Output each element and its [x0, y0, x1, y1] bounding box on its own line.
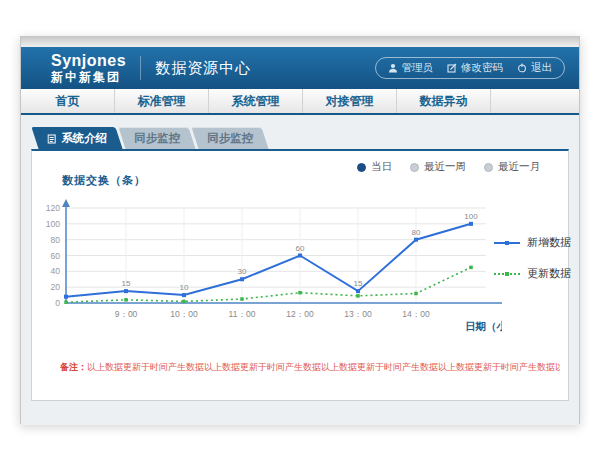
svg-text:11：00: 11：00: [229, 309, 256, 319]
svg-text:13：00: 13：00: [344, 309, 372, 319]
nav-item-system-mgmt[interactable]: 系统管理: [209, 89, 303, 113]
radio-icon: [357, 163, 366, 172]
tab-sync-monitor-2[interactable]: 同步监控: [191, 127, 268, 149]
line-chart: 0204060801001209：0010：0011：0012：0013：001…: [32, 193, 502, 337]
tab-label: 系统介绍: [61, 131, 107, 146]
nav-item-standard-mgmt[interactable]: 标准管理: [115, 89, 209, 113]
y-axis-title: 数据交换（条）: [62, 173, 146, 188]
svg-text:15: 15: [122, 279, 131, 288]
user-name-label: 管理员: [402, 61, 434, 75]
legend-label: 新增数据: [527, 235, 571, 250]
user-menu[interactable]: 管理员: [388, 61, 434, 75]
app-header: Synjones 新中新集团 数据资源中心 管理员 修改密码 退出: [21, 47, 579, 89]
power-icon: [517, 63, 527, 73]
svg-text:60: 60: [296, 244, 305, 253]
chart-panel: 当日 最近一周 最近一月 数据交换（条） 0204060801001209：00…: [31, 149, 569, 401]
app-window: Synjones 新中新集团 数据资源中心 管理员 修改密码 退出 首页 标准管…: [20, 36, 580, 424]
user-toolbar: 管理员 修改密码 退出: [375, 57, 566, 79]
svg-text:14：00: 14：00: [402, 309, 430, 319]
window-top-strip: [21, 37, 579, 47]
legend-item-new-data[interactable]: 新增数据: [494, 235, 571, 250]
tab-sync-monitor-1[interactable]: 同步监控: [118, 127, 195, 149]
content-area: 系统介绍 同步监控 同步监控 当日 最近一周: [21, 115, 579, 425]
svg-text:100: 100: [46, 219, 60, 229]
radio-option-2[interactable]: 最近一月: [484, 160, 540, 174]
svg-text:60: 60: [51, 251, 61, 261]
svg-text:12：00: 12：00: [286, 309, 314, 319]
change-password-button[interactable]: 修改密码: [447, 61, 503, 75]
header-divider: [140, 56, 141, 80]
svg-text:15: 15: [354, 279, 363, 288]
svg-text:100: 100: [464, 212, 478, 221]
svg-text:80: 80: [51, 235, 61, 245]
logout-button[interactable]: 退出: [517, 61, 552, 75]
radio-icon: [484, 163, 493, 172]
svg-text:0: 0: [55, 298, 60, 308]
footnote-label: 备注：: [60, 362, 87, 372]
blue-line-sample-icon: [494, 242, 520, 244]
logo-company-name: 新中新集团: [51, 71, 126, 83]
page-title: 数据资源中心: [155, 59, 251, 78]
nav-item-data-change[interactable]: 数据异动: [397, 89, 491, 113]
logout-label: 退出: [531, 61, 552, 75]
logo-wordmark: Synjones: [51, 53, 126, 69]
legend-item-updated-data[interactable]: 更新数据: [494, 266, 571, 281]
green-line-sample-icon: [494, 273, 520, 275]
nav-item-home[interactable]: 首页: [21, 89, 115, 113]
svg-text:10：00: 10：00: [170, 309, 198, 319]
person-icon: [388, 63, 398, 73]
svg-text:120: 120: [46, 203, 60, 213]
tab-system-intro[interactable]: 系统介绍: [31, 127, 122, 149]
time-range-filter: 当日 最近一周 最近一月: [357, 160, 540, 174]
nav-item-interface-mgmt[interactable]: 对接管理: [303, 89, 397, 113]
radio-icon: [410, 163, 419, 172]
radio-label: 最近一月: [498, 160, 540, 174]
footnote-text: 以上数据更新于时间产生数据以上数据更新于时间产生数据以上数据更新于时间产生数据以…: [87, 362, 560, 372]
svg-text:9：00: 9：00: [115, 309, 138, 319]
edit-icon: [447, 63, 457, 73]
logo: Synjones 新中新集团: [51, 53, 126, 83]
svg-text:40: 40: [51, 266, 61, 276]
chart-legend: 新增数据 更新数据: [494, 235, 571, 281]
radio-option-1[interactable]: 最近一周: [410, 160, 466, 174]
legend-label: 更新数据: [527, 266, 571, 281]
main-nav: 首页 标准管理 系统管理 对接管理 数据异动: [21, 89, 579, 115]
svg-text:30: 30: [238, 267, 247, 276]
radio-label: 最近一周: [424, 160, 466, 174]
svg-text:10: 10: [180, 283, 189, 292]
radio-label: 当日: [371, 160, 392, 174]
svg-text:日期（小时）: 日期（小时）: [465, 320, 502, 333]
footnote: 备注：以上数据更新于时间产生数据以上数据更新于时间产生数据以上数据更新于时间产生…: [60, 361, 560, 374]
radio-option-0[interactable]: 当日: [357, 160, 392, 174]
svg-text:80: 80: [412, 228, 421, 237]
change-password-label: 修改密码: [461, 61, 503, 75]
tab-label: 同步监控: [134, 131, 180, 146]
tab-label: 同步监控: [207, 131, 253, 146]
svg-text:20: 20: [51, 282, 61, 292]
tab-bar: 系统介绍 同步监控 同步监控: [35, 127, 579, 149]
document-icon: [47, 133, 56, 143]
